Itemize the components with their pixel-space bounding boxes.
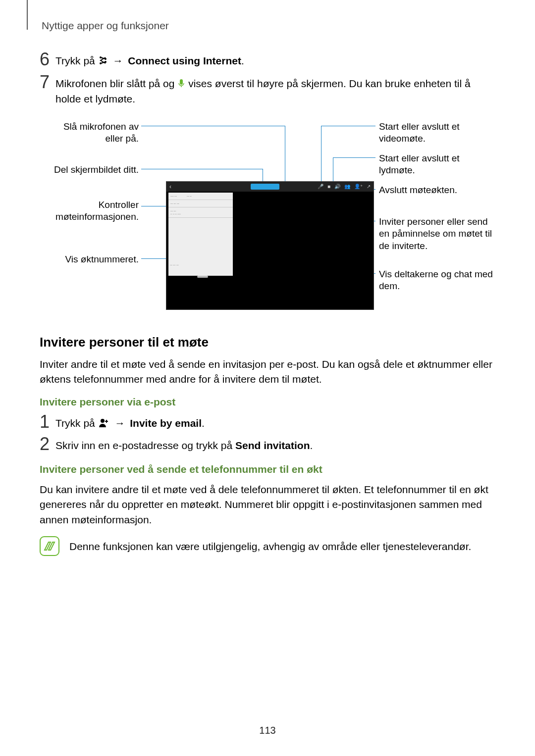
step-number: 1: [40, 413, 55, 431]
exit-icon: ↗: [367, 184, 371, 189]
text: Skriv inn en e-postadresse og trykk på: [55, 440, 235, 451]
step-1: 1 Trykk på → Invite by email.: [40, 415, 495, 432]
period: .: [202, 417, 205, 429]
svg-point-0: [100, 56, 102, 58]
video-icon: ■: [327, 184, 330, 189]
body-text: Inviter andre til et møte ved å sende en…: [40, 357, 495, 387]
svg-rect-6: [40, 537, 59, 555]
leader-line: [285, 126, 285, 186]
leader-line: [333, 157, 375, 158]
note: Denne funksjonen kan være utilgjengelig,…: [40, 536, 495, 556]
callout-share: Del skjermbildet ditt.: [45, 164, 139, 176]
callout-chat: Vis deltakerne og chat med dem.: [379, 268, 493, 293]
mic-icon: 🎤: [318, 184, 323, 189]
info-panel: ---- ------ -- --- --- --- --- ----- -- …: [168, 193, 233, 262]
invite-icon: 👤⁺: [354, 184, 363, 189]
subsection-heading: Invitere personer ved å sende et telefon…: [40, 463, 495, 475]
section-heading: Invitere personer til et møte: [40, 335, 495, 350]
body-text: Du kan invitere andre til et møte ved å …: [40, 482, 495, 527]
step-number: 6: [40, 50, 55, 68]
svg-point-1: [100, 62, 102, 64]
text: Trykk på: [55, 55, 98, 66]
svg-point-2: [105, 58, 107, 60]
arrow: →: [114, 417, 125, 429]
leader-line: [141, 169, 263, 169]
text-pre: Mikrofonen blir slått på og: [55, 78, 177, 89]
step-7: 7 Mikrofonen blir slått på og vises øver…: [40, 75, 495, 107]
meeting-toolbar: ‹ 🎤 ■ 🔊 👥 👤⁺ ↗: [166, 182, 374, 192]
microphone-icon: [178, 77, 184, 92]
leader-line: [141, 126, 285, 126]
step-text: Trykk på → Invite by email.: [55, 415, 205, 432]
step-text: Mikrofonen blir slått på og vises øverst…: [55, 75, 495, 107]
bold-text: Send invitation: [235, 440, 310, 451]
note-icon: [40, 536, 59, 556]
callout-audio: Start eller avslutt et lydmøte.: [379, 152, 493, 177]
page-content: Nyttige apper og funksjoner 6 Trykk på →…: [0, 0, 535, 556]
callout-mic: Slå mikrofonen av eller på.: [45, 121, 139, 145]
add-person-icon: [99, 416, 109, 431]
page-margin-bar: [27, 0, 28, 30]
step-text: Trykk på → Connect using Internet.: [55, 52, 244, 69]
session-panel: --- --- ---: [168, 262, 233, 276]
svg-point-5: [101, 419, 105, 423]
text: Trykk på: [55, 417, 98, 429]
callout-diagram: Slå mikrofonen av eller på. Del skjermbi…: [40, 117, 495, 325]
meeting-screenshot: ‹ 🎤 ■ 🔊 👥 👤⁺ ↗ ---- ------ -- --- --- --…: [166, 181, 374, 310]
arrow: →: [112, 55, 123, 66]
bold-text: Connect using Internet: [128, 55, 241, 66]
toolbar-icons: 🎤 ■ 🔊 👥 👤⁺ ↗: [318, 184, 371, 189]
participants-icon: 👥: [344, 184, 350, 189]
panel-row: --- --- ---: [168, 200, 233, 207]
svg-rect-4: [180, 79, 183, 85]
note-text: Denne funksjonen kan være utilgjengelig,…: [69, 536, 471, 554]
step-text: Skriv inn en e-postadresse og trykk på S…: [55, 437, 313, 453]
step-number: 2: [40, 435, 55, 453]
leader-line: [321, 126, 375, 126]
panel-row: ---- ------ --: [168, 193, 233, 200]
callout-video: Start eller avslutt et videomøte.: [379, 121, 493, 145]
subsection-heading: Invitere personer via e-post: [40, 396, 495, 408]
drag-handle-icon: [197, 276, 208, 278]
breadcrumb: Nyttige apper og funksjoner: [42, 20, 495, 32]
speaker-icon: 🔊: [334, 184, 340, 189]
bold-text: Invite by email: [130, 417, 202, 429]
back-icon: ‹: [169, 183, 171, 190]
callout-session: Vis øktnummeret.: [45, 253, 139, 266]
step-number: 7: [40, 73, 55, 91]
share-screen-button: [251, 184, 279, 190]
share-path-icon: [99, 54, 107, 69]
callout-end: Avslutt møteøkten.: [379, 184, 493, 197]
callout-invite: Inviter personer eller send en påminnels…: [379, 216, 493, 252]
svg-point-3: [105, 61, 107, 63]
step-2: 2 Skriv inn en e-postadresse og trykk på…: [40, 437, 495, 453]
period: .: [310, 440, 313, 451]
step-6: 6 Trykk på → Connect using Internet.: [40, 52, 495, 69]
callout-info: Kontroller møteinformasjonen.: [45, 199, 139, 223]
page-number: 113: [0, 725, 535, 736]
panel-row: --- ----- -- -- ----: [168, 207, 233, 218]
period: .: [241, 55, 244, 66]
leader-line: [321, 126, 321, 186]
